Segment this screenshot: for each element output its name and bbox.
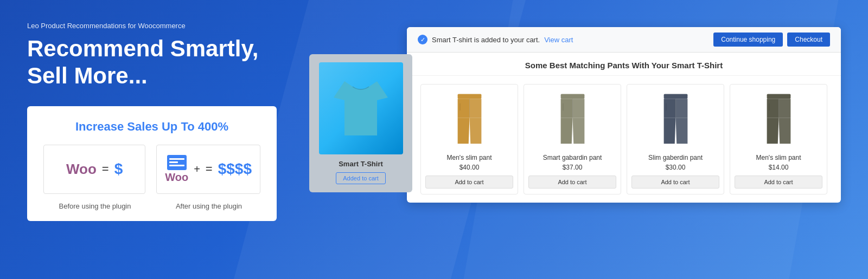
left-section: Leo Product Recommendations for Woocomme… — [27, 16, 288, 221]
svg-rect-0 — [457, 94, 481, 99]
product-card: Smart gabardin pant $37.00 Add to cart — [524, 84, 621, 194]
main-headline: Recommend Smartly, Sell More... — [27, 35, 288, 90]
before-equals: = — [102, 162, 109, 176]
main-container: Leo Product Recommendations for Woocomme… — [0, 0, 868, 279]
label-before: Before using the plugin — [43, 202, 146, 210]
svg-rect-9 — [767, 94, 790, 99]
stats-row: Woo = $ Woo + = $ — [43, 145, 260, 194]
add-to-cart-button-0[interactable]: Add to cart — [425, 176, 513, 189]
icon-line-1 — [169, 158, 184, 160]
product-price-1: $37.00 — [528, 164, 616, 171]
recommendations-title: Some Best Matching Pants With Your Smart… — [407, 53, 841, 76]
cart-notice-bar: ✓ Smart T-shirt is added to your cart. V… — [407, 27, 841, 53]
product-name-0: Men's slim pant — [425, 154, 513, 161]
product-name-1: Smart gabardin pant — [528, 154, 616, 161]
tshirt-card: Smart T-Shirt Added to cart — [309, 54, 412, 192]
after-woo-text: Woo — [165, 171, 188, 184]
before-woo-text: Woo — [66, 161, 97, 178]
plugin-icon — [167, 155, 187, 170]
product-price-2: $30.00 — [631, 164, 719, 171]
label-after: After using the plugin — [157, 202, 260, 210]
stats-card: Increase Sales Up To 400% Woo = $ — [27, 106, 277, 221]
product-image-1 — [528, 90, 616, 150]
add-to-cart-button-2[interactable]: Add to cart — [631, 176, 719, 189]
icon-line-3 — [169, 165, 184, 166]
after-dollars: $$$$ — [218, 160, 252, 178]
add-to-cart-button-3[interactable]: Add to cart — [735, 176, 822, 189]
after-equals: = — [206, 162, 213, 176]
svg-rect-3 — [560, 94, 584, 99]
product-image-3 — [735, 90, 822, 150]
before-box: Woo = $ — [43, 145, 145, 194]
recommendations-panel: ✓ Smart T-shirt is added to your cart. V… — [407, 27, 841, 203]
product-price-0: $40.00 — [425, 164, 513, 171]
plugin-label: Leo Product Recommendations for Woocomme… — [27, 22, 288, 30]
product-card: Men's slim pant $40.00 Add to cart — [420, 84, 518, 194]
stats-labels: Before using the plugin After using the … — [43, 202, 260, 210]
right-section: Smart T-Shirt Added to cart ✓ Smart T-sh… — [309, 16, 841, 203]
tshirt-image — [319, 62, 403, 154]
cart-notice-text: Smart T-shirt is added to your cart. — [432, 36, 540, 44]
after-box: Woo + = $$$$ — [156, 145, 260, 194]
product-image-0 — [425, 90, 513, 150]
stats-title: Increase Sales Up To 400% — [43, 120, 260, 134]
added-to-cart-button[interactable]: Added to cart — [336, 172, 385, 184]
after-plus: + — [194, 163, 200, 176]
tshirt-name: Smart T-Shirt — [317, 160, 404, 168]
product-name-2: Slim gaberdin pant — [631, 154, 719, 161]
product-price-3: $14.00 — [735, 164, 822, 171]
product-name-3: Men's slim pant — [735, 154, 822, 161]
product-card: Men's slim pant $14.00 Add to cart — [730, 84, 827, 194]
product-image-2 — [631, 90, 719, 150]
products-grid: Men's slim pant $40.00 Add to cart Smart… — [407, 76, 841, 203]
continue-shopping-button[interactable]: Continue shopping — [713, 33, 783, 47]
check-icon: ✓ — [418, 35, 427, 44]
tshirt-svg — [328, 73, 393, 144]
cart-notice-left: ✓ Smart T-shirt is added to your cart. V… — [418, 35, 573, 44]
add-to-cart-button-1[interactable]: Add to cart — [528, 176, 616, 189]
view-cart-link[interactable]: View cart — [544, 36, 573, 44]
icon-line-2 — [169, 161, 178, 163]
svg-rect-6 — [663, 94, 687, 99]
cart-notice-right: Continue shopping Checkout — [713, 33, 830, 47]
before-dollar: $ — [114, 160, 123, 178]
product-card: Slim gaberdin pant $30.00 Add to cart — [627, 84, 724, 194]
checkout-button[interactable]: Checkout — [787, 33, 830, 47]
